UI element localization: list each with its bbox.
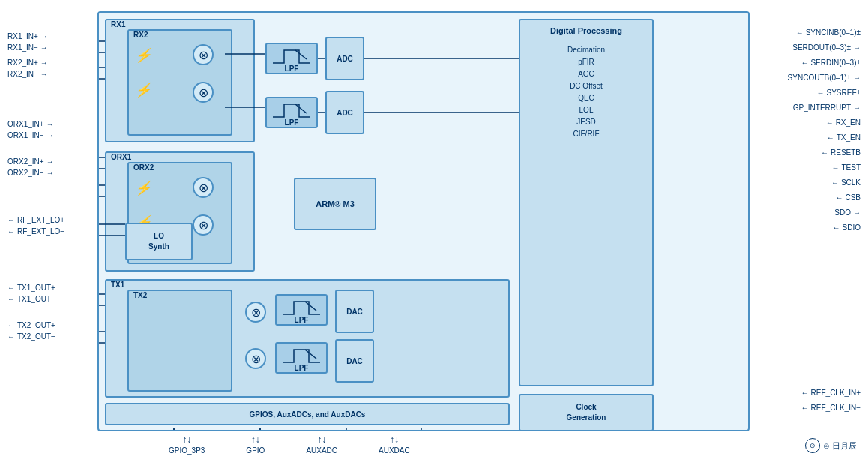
sclk-label: ←SCLK [831, 178, 861, 187]
syncinb-label: ←SYNCINB(0–1)± [796, 28, 861, 37]
tx-lpf-2-label: LPF [279, 344, 324, 372]
left-signals: RX1_IN+→ RX1_IN−→ RX2_IN+→ RX2_IN−→ ORX1… [7, 8, 97, 458]
csb-label: ←CSB [835, 194, 861, 202]
orx2-in-plus-label: ORX2_IN+→ [7, 158, 54, 166]
tx1-out-minus-label: ←TX1_OUT− [7, 295, 55, 303]
tx-mixer-2: ⊗ [245, 348, 266, 369]
sdio-label: ←SDIO [833, 224, 861, 232]
digital-processing-block: Digital Processing Decimation pFIR AGC D… [519, 19, 654, 386]
orx-lightning-1: ⚡ [135, 180, 151, 196]
logo-symbol: ⊙ [805, 438, 820, 453]
ref-clk-in-minus-label: ←REF_CLK_IN− [801, 404, 861, 412]
rx-lpf-1: LPF [265, 43, 318, 74]
tx-lpf-symbol-2 [279, 344, 324, 366]
rx-mixer-1: ⊗ [193, 44, 214, 65]
dp-lol: LOL [567, 104, 605, 116]
rf-ext-lo-plus-label: ←RF_EXT_LO+ [7, 216, 64, 224]
gpios-bar: GPIOS, AuxADCs, and AuxDACs [105, 403, 510, 425]
tx-lpf-symbol-1 [279, 296, 324, 318]
orx2-label: ORX2 [132, 164, 155, 172]
main-chip-box: RX1 RX2 ⚡ ⚡ ⊗ ⊗ ORX1 ORX2 [97, 11, 750, 431]
tx-en-label: ←TX_EN [827, 134, 861, 142]
orx1-in-minus-label: ORX1_IN−→ [7, 131, 54, 140]
dp-agc: AGC [567, 68, 605, 80]
svg-line-3 [305, 350, 316, 358]
tx-mixer-2-symbol: ⊗ [251, 352, 261, 366]
rf-ext-lo-minus-label: ←RF_EXT_LO− [7, 227, 64, 236]
orx-mixer-2-symbol: ⊗ [199, 218, 208, 232]
tx-mixer-1: ⊗ [245, 302, 266, 322]
rx-mixer-1-symbol: ⊗ [199, 48, 208, 62]
rx2-in-plus-label: RX2_IN+→ [7, 58, 48, 67]
auxadc-label: ↑↓ AUXADC [306, 434, 337, 454]
dp-cif-rif: CIF/RIF [567, 128, 605, 140]
sysref-label: ←SYSREF± [817, 88, 861, 97]
syncoutb-label: SYNCOUTB(0–1)±→ [788, 74, 861, 82]
auxdac-label: ↑↓ AUXDAC [379, 434, 410, 454]
bottom-labels: ↑↓ GPIO_3P3 ↑↓ GPIO ↑↓ AUXADC ↑↓ AUXDAC [169, 434, 410, 454]
tx2-inner-box: TX2 [127, 290, 232, 392]
tx-lpf-1-label: LPF [279, 296, 324, 324]
rx-lightning-1: ⚡ [135, 47, 151, 64]
orx1-in-plus-label: ORX1_IN+→ [7, 120, 54, 128]
digital-processing-items: Decimation pFIR AGC DC Offset QEC LOL JE… [567, 44, 605, 140]
diagram-container: RX1_IN+→ RX1_IN−→ RX2_IN+→ RX2_IN−→ ORX1… [7, 8, 861, 454]
orx1-label: ORX1 [109, 153, 133, 161]
sdo-label: SDO→ [834, 208, 861, 217]
clock-generation-label: ClockGeneration [567, 402, 606, 423]
tx-mixer-1-symbol: ⊗ [251, 305, 261, 320]
logo: ⊙ ⊙ 日月辰 [805, 438, 857, 453]
rx-lightning-2: ⚡ [135, 82, 151, 98]
adc-1-label: ADC [337, 55, 353, 63]
tx2-out-minus-label: ←TX2_OUT− [7, 332, 55, 340]
rx1-outer-box: RX1 RX2 ⚡ ⚡ ⊗ ⊗ [105, 19, 255, 142]
rx-adc-2: ADC [325, 91, 364, 134]
gpio-3p3-label: ↑↓ GPIO_3P3 [169, 434, 205, 454]
tx1-label: TX1 [109, 280, 126, 289]
svg-line-0 [295, 50, 307, 59]
gp-interrupt-label: GP_INTERRUPT→ [793, 104, 861, 112]
dp-pfir: pFIR [567, 56, 605, 68]
ref-clk-in-plus-label: ←REF_CLK_IN+ [801, 388, 861, 397]
tx-lpf-1: LPF [275, 294, 328, 326]
lpf-symbol-1 [269, 44, 314, 67]
lo-synth-label: LOSynth [148, 231, 169, 252]
resetb-label: ←RESETB [821, 148, 861, 157]
arm-m3-block: ARM® M3 [294, 178, 376, 230]
tx-dac-2: DAC [335, 339, 374, 382]
arm-m3-label: ARM® M3 [316, 200, 355, 208]
rx1-label: RX1 [109, 20, 127, 28]
orx-mixer-1-symbol: ⊗ [199, 181, 208, 195]
rx2-label: RX2 [132, 31, 149, 39]
orx-mixer-1: ⊗ [193, 177, 214, 198]
lpf-symbol-2 [269, 98, 314, 121]
clock-generation-block: ClockGeneration [519, 394, 654, 431]
serdout-label: SERDOUT(0–3)±→ [792, 44, 861, 52]
gpios-label: GPIOS, AuxADCs, and AuxDACs [250, 410, 366, 418]
rx-adc-1: ADC [325, 37, 364, 80]
tx-lpf-2: LPF [275, 342, 328, 374]
serdin-label: ←SERDIN(0–3)± [801, 58, 861, 67]
dp-dc-offset: DC Offset [567, 80, 605, 92]
tx2-label: TX2 [132, 291, 148, 299]
tx1-outer-box: TX1 TX2 ⊗ ⊗ LPF [105, 279, 510, 398]
logo-text: ⊙ 日月辰 [823, 440, 857, 452]
adc-2-label: ADC [337, 109, 353, 117]
dac-1-label: DAC [346, 308, 363, 316]
dp-decimation: Decimation [567, 44, 605, 56]
gpio-label: ↑↓ GPIO [246, 434, 265, 454]
lpf-2-label: LPF [269, 98, 314, 127]
dp-jesd: JESD [567, 116, 605, 128]
rx2-inner-box: RX2 ⚡ ⚡ ⊗ ⊗ [127, 29, 232, 136]
rx-en-label: ←RX_EN [826, 118, 861, 127]
lo-synth-block: LOSynth [125, 223, 193, 260]
dp-qec: QEC [567, 92, 605, 104]
svg-line-2 [305, 302, 316, 310]
rx1-in-plus-label: RX1_IN+→ [7, 32, 48, 40]
orx2-in-minus-label: ORX2_IN−→ [7, 169, 54, 177]
rx2-in-minus-label: RX2_IN−→ [7, 70, 48, 78]
digital-processing-title: Digital Processing [550, 26, 622, 35]
test-label: ←TEST [831, 164, 861, 172]
orx-mixer-2: ⊗ [193, 214, 214, 236]
dac-2-label: DAC [346, 357, 363, 365]
